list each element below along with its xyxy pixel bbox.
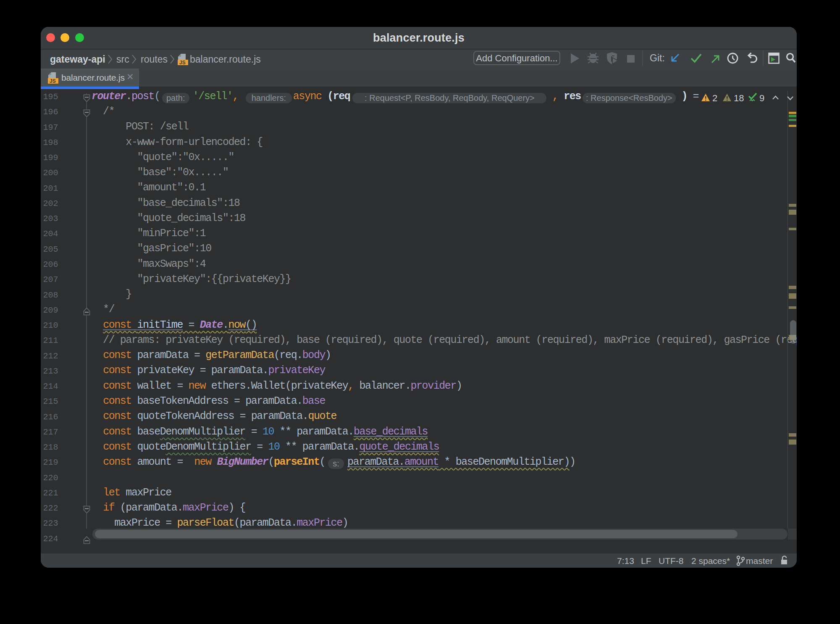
svg-text:JS: JS xyxy=(179,60,186,66)
svg-text:JS: JS xyxy=(50,78,56,84)
